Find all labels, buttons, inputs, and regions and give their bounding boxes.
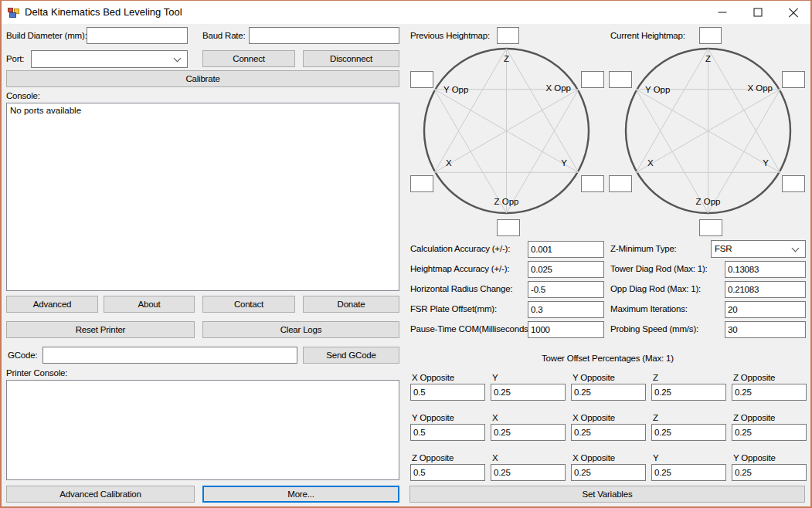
previous-heightmap-diagram: Z Y Opp X Opp X Y Z Opp bbox=[423, 47, 590, 215]
tower-offset-input[interactable] bbox=[571, 464, 646, 481]
disconnect-button[interactable]: Disconnect bbox=[303, 50, 399, 67]
tower-offset-label: X Opposite bbox=[412, 373, 454, 382]
build-diameter-label: Build Diameter (mm): bbox=[6, 31, 87, 40]
tower-offset-label: Y bbox=[653, 453, 658, 462]
opp-diag-rod-label: Opp Diag Rod (Max: 1): bbox=[610, 284, 701, 293]
tower-offset-input[interactable] bbox=[651, 424, 726, 441]
calculation-accuracy-label: Calculation Accuracy (+/-): bbox=[410, 244, 510, 253]
tower-offset-input[interactable] bbox=[491, 384, 566, 401]
tower-offset-label: Z Opposite bbox=[733, 413, 775, 422]
tower-offset-input[interactable] bbox=[491, 424, 566, 441]
tower-offset-input[interactable] bbox=[651, 384, 726, 401]
opp-diag-rod-input[interactable] bbox=[725, 281, 806, 298]
tower-offset-label: X Opposite bbox=[572, 453, 615, 462]
tower-offset-label: Y Opposite bbox=[733, 453, 776, 462]
prev-point-label-z-opp: Z Opp bbox=[494, 197, 519, 206]
tower-offset-input[interactable] bbox=[410, 424, 485, 441]
port-select[interactable] bbox=[31, 50, 188, 68]
close-icon bbox=[788, 7, 799, 18]
current-heightmap-label: Current Heightmap: bbox=[610, 31, 685, 40]
chevron-down-icon bbox=[792, 245, 800, 252]
prev-heightmap-upper-right-input[interactable] bbox=[581, 71, 604, 88]
advanced-calibration-button[interactable]: Advanced Calibration bbox=[6, 486, 195, 503]
previous-heightmap-label: Previous Heightmap: bbox=[410, 31, 490, 40]
tower-offset-input[interactable] bbox=[410, 464, 485, 481]
console-label: Console: bbox=[6, 91, 40, 100]
more-button[interactable]: More... bbox=[202, 486, 399, 503]
tower-offset-input[interactable] bbox=[732, 384, 807, 401]
tower-offset-input[interactable] bbox=[732, 464, 807, 481]
app-window: Delta Kinematics Bed Leveling Tool Build… bbox=[0, 0, 812, 508]
curr-point-label-y-opp: Y Opp bbox=[645, 85, 670, 94]
heightmap-accuracy-label: Heightmap Accuracy (+/-): bbox=[410, 264, 509, 273]
curr-heightmap-bottom-input[interactable] bbox=[699, 219, 722, 236]
clear-logs-button[interactable]: Clear Logs bbox=[202, 321, 399, 338]
z-minimum-type-value: FSR bbox=[715, 241, 732, 257]
tower-offset-input[interactable] bbox=[732, 424, 807, 441]
about-button[interactable]: About bbox=[104, 296, 195, 313]
gcode-label: GCode: bbox=[8, 351, 37, 360]
prev-heightmap-upper-left-input[interactable] bbox=[410, 71, 433, 88]
donate-button[interactable]: Donate bbox=[303, 296, 399, 313]
curr-point-label-x: X bbox=[647, 158, 654, 168]
curr-point-label-z-opp: Z Opp bbox=[696, 197, 721, 206]
pause-time-com-label: Pause-Time COM(Milliseconds): bbox=[410, 324, 533, 334]
build-diameter-input[interactable] bbox=[87, 27, 188, 44]
gcode-input[interactable] bbox=[42, 347, 297, 364]
curr-heightmap-lower-left-input[interactable] bbox=[609, 175, 632, 192]
curr-heightmap-lower-right-input[interactable] bbox=[782, 175, 805, 192]
tower-offset-label: Y Opposite bbox=[412, 413, 454, 422]
advanced-button[interactable]: Advanced bbox=[6, 296, 98, 313]
prev-heightmap-lower-left-input[interactable] bbox=[410, 175, 433, 192]
baud-rate-input[interactable] bbox=[249, 27, 399, 44]
tower-offset-input[interactable] bbox=[491, 464, 566, 481]
z-minimum-type-select[interactable]: FSR bbox=[711, 240, 806, 258]
window-title: Delta Kinematics Bed Leveling Tool bbox=[25, 1, 182, 24]
curr-point-label-x-opp: X Opp bbox=[747, 83, 773, 93]
fsr-plate-offset-input[interactable] bbox=[528, 301, 604, 318]
prev-point-label-x-opp: X Opp bbox=[545, 83, 571, 93]
pause-time-com-input[interactable] bbox=[528, 321, 604, 338]
send-gcode-button[interactable]: Send GCode bbox=[303, 347, 399, 364]
tower-offsets-title: Tower Offset Percentages (Max: 1) bbox=[409, 354, 806, 363]
baud-rate-label: Baud Rate: bbox=[202, 31, 246, 40]
close-button[interactable] bbox=[776, 1, 811, 24]
tower-offset-input[interactable] bbox=[571, 384, 646, 401]
tower-offset-label: X bbox=[492, 453, 498, 462]
prev-heightmap-bottom-input[interactable] bbox=[497, 219, 520, 236]
tower-offset-label: X bbox=[492, 413, 498, 422]
contact-button[interactable]: Contact bbox=[202, 296, 295, 313]
printer-console-label: Printer Console: bbox=[6, 368, 67, 378]
heightmap-accuracy-input[interactable] bbox=[528, 261, 604, 278]
curr-heightmap-top-input[interactable] bbox=[699, 27, 722, 44]
tower-offset-label: Z Opposite bbox=[412, 453, 454, 462]
app-icon bbox=[8, 6, 20, 19]
connect-button[interactable]: Connect bbox=[202, 50, 295, 67]
maximize-button[interactable] bbox=[740, 1, 776, 24]
prev-heightmap-lower-right-input[interactable] bbox=[581, 175, 604, 192]
curr-point-label-z: Z bbox=[705, 54, 711, 63]
z-minimum-type-label: Z-Minimum Type: bbox=[610, 244, 677, 253]
set-variables-button[interactable]: Set Variables bbox=[409, 486, 805, 503]
minimize-button[interactable] bbox=[705, 1, 740, 24]
tower-offset-label: Z Opposite bbox=[733, 373, 775, 382]
tower-diag-rod-label: Tower Diag Rod (Max: 1): bbox=[610, 264, 708, 273]
maximize-icon bbox=[754, 8, 763, 17]
calibrate-button[interactable]: Calibrate bbox=[6, 70, 399, 87]
reset-printer-button[interactable]: Reset Printer bbox=[6, 321, 195, 338]
port-label: Port: bbox=[6, 54, 24, 63]
tower-offset-input[interactable] bbox=[571, 424, 646, 441]
curr-heightmap-upper-left-input[interactable] bbox=[609, 71, 632, 88]
maximum-iterations-input[interactable] bbox=[725, 301, 806, 318]
tower-diag-rod-input[interactable] bbox=[725, 261, 806, 278]
console-output[interactable]: No ports available bbox=[6, 103, 399, 291]
prev-heightmap-top-input[interactable] bbox=[497, 27, 519, 44]
tower-offset-input[interactable] bbox=[651, 464, 726, 481]
tower-offset-input[interactable] bbox=[410, 384, 485, 401]
calculation-accuracy-input[interactable] bbox=[528, 241, 604, 258]
horizontal-radius-change-input[interactable] bbox=[528, 281, 604, 298]
probing-speed-input[interactable] bbox=[725, 321, 806, 338]
prev-point-label-y-opp: Y Opp bbox=[443, 85, 468, 94]
curr-heightmap-upper-right-input[interactable] bbox=[782, 71, 805, 88]
printer-console-output[interactable] bbox=[6, 380, 399, 480]
